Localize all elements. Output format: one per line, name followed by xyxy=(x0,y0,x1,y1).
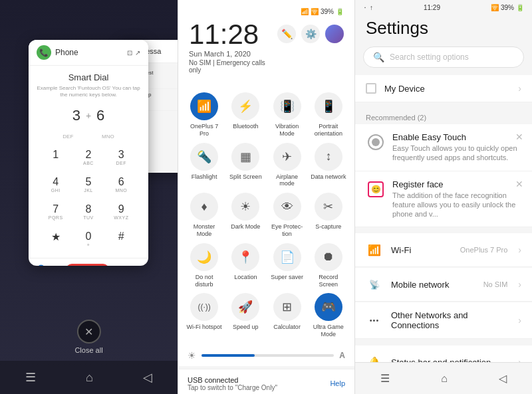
divider-1 xyxy=(355,103,532,108)
nav-back-icon-3[interactable]: ◁ xyxy=(499,372,507,385)
qs-monster-tile-icon: ♦ xyxy=(190,193,218,221)
close-all-container: ✕ Close all xyxy=(74,320,102,354)
qs-tile-speedup[interactable]: 🚀 Speed up xyxy=(227,293,263,338)
dial-key-star[interactable]: ★ xyxy=(41,227,70,251)
close-all-label: Close all xyxy=(74,346,102,354)
settings-search-bar[interactable]: 🔍 Search setting options xyxy=(363,47,524,68)
phone-app-card[interactable]: 📞 Phone ⊡ ↗ Smart Dial Example Search 'F… xyxy=(29,40,148,266)
nav-menu-icon-1[interactable]: ☰ xyxy=(25,370,36,385)
qs-splitscreen-tile-label: Split Screen xyxy=(229,173,262,181)
settings-item-easy-touch[interactable]: Enable Easy Touch Easy Touch allows you … xyxy=(355,124,532,171)
qs-tile-wifi[interactable]: 📶 OnePlus 7 Pro xyxy=(186,92,222,138)
settings-panel: ⬝ ↑ 11:29 🛜 39% 🔋 Settings 🔍 Search sett… xyxy=(355,0,532,394)
settings-status-arrow: ↑ xyxy=(370,4,373,11)
settings-item-mobile-network[interactable]: 📡 Mobile network No SIM › xyxy=(355,268,532,302)
dial-key-5[interactable]: 5JKL xyxy=(73,172,103,197)
dial-key-0[interactable]: 0+ xyxy=(73,227,103,251)
qs-tile-record[interactable]: ⏺ Record Screen xyxy=(311,243,346,288)
qs-tile-eye[interactable]: 👁 Eye Protec-tion xyxy=(269,193,305,238)
dial-display-labels: DEF MNO xyxy=(35,134,142,140)
settings-item-register-face[interactable]: 😊 Register face The addition of the face… xyxy=(355,171,532,228)
qs-tile-scapture[interactable]: ✂ S-capture xyxy=(311,193,346,238)
settings-clock: 11:29 xyxy=(424,4,440,11)
phone-app-icon: 📞 xyxy=(37,45,51,60)
easy-touch-close[interactable]: ✕ xyxy=(513,131,525,143)
statusbar-icon: 🔔 xyxy=(366,353,383,362)
qs-battery-icon: 🔋 xyxy=(336,8,344,15)
qs-date: Sun March 1, 2020 xyxy=(189,50,277,58)
register-face-subtitle: The addition of the face recognition fea… xyxy=(392,191,521,219)
qs-tile-calculator[interactable]: ⊞ Calculator xyxy=(269,293,305,338)
easy-touch-title: Enable Easy Touch xyxy=(392,132,521,142)
phone-card-body: Smart Dial Example Search 'Funtouch OS' … xyxy=(29,66,148,258)
qs-scapture-tile-label: S-capture xyxy=(315,223,341,231)
qs-flashlight-tile-icon: 🔦 xyxy=(190,143,218,171)
qs-speedup-tile-icon: 🚀 xyxy=(231,293,259,321)
qs-tile-supersaver[interactable]: 📄 Super saver xyxy=(269,243,305,288)
register-face-close[interactable]: ✕ xyxy=(513,178,525,190)
backspace-icon: ⌫ xyxy=(128,264,142,266)
qs-tile-dnd[interactable]: 🌙 Do not disturb xyxy=(186,243,222,288)
dial-key-2[interactable]: 2ABC xyxy=(73,145,103,169)
qs-data-tile-icon: ↕ xyxy=(315,143,342,171)
nav-home-icon-1[interactable]: ⌂ xyxy=(86,371,93,385)
dial-key-9[interactable]: 9WXYZ xyxy=(106,199,136,224)
qs-vibration-tile-label: Vibration Mode xyxy=(269,123,305,138)
dial-digit1: 3 xyxy=(72,107,80,124)
mydevice-checkbox[interactable] xyxy=(366,83,376,94)
qs-tile-airplane[interactable]: ✈ Airplane mode xyxy=(269,143,305,188)
phone-app-title: Phone xyxy=(55,48,78,57)
dial-key-6[interactable]: 6MNO xyxy=(106,172,136,197)
register-face-icon: 😊 xyxy=(368,181,384,197)
qs-vibration-tile-icon: 📳 xyxy=(273,92,301,120)
qs-hotspot-tile-icon: ((·)) xyxy=(190,293,218,321)
qs-tile-location[interactable]: 📍 Location xyxy=(227,243,263,288)
wifi-chevron: › xyxy=(518,245,521,255)
qs-sim-status: No SIM | Emergency calls only xyxy=(189,59,277,74)
qs-tile-ultragame[interactable]: 🎮 Ultra Game Mode xyxy=(311,293,346,338)
usb-connected-banner: USB connected Tap to switch to "Charge O… xyxy=(178,369,354,394)
brightness-bar[interactable] xyxy=(201,354,334,357)
qs-tile-portrait[interactable]: 📱 Portrait orientation xyxy=(311,92,346,138)
nav-menu-icon-3[interactable]: ☰ xyxy=(380,372,390,385)
qs-tile-flashlight[interactable]: 🔦 Flashlight xyxy=(186,143,222,188)
settings-item-other-networks[interactable]: ••• Other Networks and Connections › xyxy=(355,302,532,339)
dial-key-8[interactable]: 8TUV xyxy=(73,199,103,224)
expand-icon: ⊡ xyxy=(127,49,132,56)
settings-icon[interactable]: ⚙️ xyxy=(301,25,320,43)
qs-tile-dark[interactable]: ☀ Dark Mode xyxy=(227,193,263,238)
nav-back-icon-1[interactable]: ◁ xyxy=(143,370,152,385)
settings-item-mydevice[interactable]: My Device › xyxy=(355,75,532,102)
usb-help-link[interactable]: Help xyxy=(330,379,345,387)
edit-icon[interactable]: ✏️ xyxy=(277,25,296,43)
wifi-title: Wi-Fi xyxy=(391,245,452,255)
dial-key-hash[interactable]: # xyxy=(106,227,136,251)
qs-tile-data[interactable]: ↕ Data network xyxy=(311,143,346,188)
qs-tile-splitscreen[interactable]: ▦ Split Screen xyxy=(227,143,263,188)
profile-avatar[interactable] xyxy=(325,25,344,43)
qs-dark-tile-label: Dark Mode xyxy=(231,223,260,231)
wifi-value: OnePlus 7 Pro xyxy=(460,246,508,254)
qs-tile-bluetooth[interactable]: ⚡ Bluetooth xyxy=(227,92,263,138)
settings-item-statusbar[interactable]: 🔔 Status bar and notification › xyxy=(355,345,532,362)
usb-connected-subtitle: Tap to switch to "Charge Only" xyxy=(188,384,277,391)
dial-key-7[interactable]: 7PQRS xyxy=(41,199,70,224)
dial-key-3[interactable]: 3DEF xyxy=(106,145,136,169)
dial-key-1[interactable]: 1 xyxy=(41,145,70,169)
qs-calculator-tile-label: Calculator xyxy=(273,324,301,331)
emergency-button[interactable]: Emergency xyxy=(66,264,110,266)
nav-home-icon-3[interactable]: ⌂ xyxy=(441,373,448,385)
settings-status-bar: ⬝ ↑ 11:29 🛜 39% 🔋 xyxy=(355,0,532,15)
qs-tile-hotspot[interactable]: ((·)) Wi-Fi hotspot xyxy=(186,293,222,338)
settings-item-wifi[interactable]: 📶 Wi-Fi OnePlus 7 Pro › xyxy=(355,233,532,267)
share-icon: ↗ xyxy=(135,49,140,56)
brightness-fill xyxy=(201,354,255,357)
qs-tile-vibration[interactable]: 📳 Vibration Mode xyxy=(269,92,305,138)
qs-status-bar: 📶 🛜 39% 🔋 xyxy=(189,8,344,15)
settings-list: My Device › Recommended (2) Enable Easy … xyxy=(355,74,532,362)
close-all-button[interactable]: ✕ xyxy=(77,320,101,344)
qs-tile-monster[interactable]: ♦ Monster Mode xyxy=(186,193,222,238)
dial-key-4[interactable]: 4GHI xyxy=(41,172,70,197)
settings-wifi-icon: 🛜 xyxy=(491,4,499,11)
qs-splitscreen-tile-icon: ▦ xyxy=(231,143,259,171)
